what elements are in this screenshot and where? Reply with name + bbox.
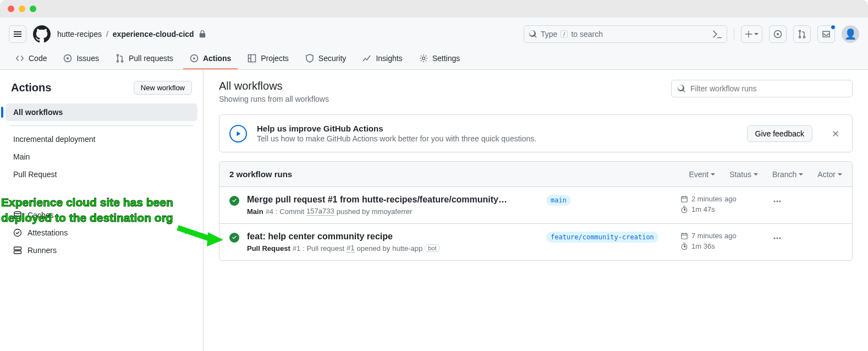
- new-workflow-button[interactable]: New workflow: [134, 81, 192, 95]
- workflow-run-row[interactable]: Merge pull request #1 from hutte-recipes…: [219, 187, 852, 224]
- banner-close-button[interactable]: [829, 127, 842, 140]
- workflow-run-row[interactable]: feat: help center community recipe Pull …: [219, 224, 852, 260]
- filter-event[interactable]: Event: [689, 170, 715, 179]
- run-duration: 1m 47s: [691, 205, 715, 213]
- branch-pill[interactable]: main: [546, 195, 571, 206]
- global-search[interactable]: Type / to search: [524, 25, 727, 43]
- stopwatch-icon: [680, 243, 688, 250]
- window-close-dot[interactable]: [8, 6, 14, 12]
- svg-rect-16: [682, 233, 688, 239]
- filter-status[interactable]: Status: [729, 170, 758, 179]
- filter-actor[interactable]: Actor: [817, 170, 842, 179]
- inbox-button[interactable]: [817, 25, 835, 43]
- runs-count: 2 workflow runs: [229, 169, 292, 179]
- window-chrome: [0, 0, 868, 18]
- sidebar-workflow-item[interactable]: Pull Request: [6, 166, 197, 183]
- sidebar-runners[interactable]: Runners: [6, 242, 197, 259]
- search-shortcut: /: [561, 30, 568, 38]
- breadcrumb-repo[interactable]: experience-cloud-cicd: [113, 30, 194, 39]
- stopwatch-icon: [680, 206, 688, 213]
- breadcrumb-sep: /: [106, 30, 108, 39]
- tab-projects[interactable]: Projects: [241, 48, 295, 69]
- command-palette-icon[interactable]: [712, 29, 722, 39]
- give-feedback-button[interactable]: Give feedback: [747, 125, 813, 142]
- run-meta: Main #4 : Commit 157a733 pushed by mmoya…: [247, 207, 539, 216]
- branch-pill[interactable]: feature/community-creation: [546, 232, 658, 243]
- tab-pull-requests[interactable]: Pull requests: [109, 48, 180, 69]
- external-link-icon: [183, 229, 190, 236]
- workflow-runs-panel: 2 workflow runs Event Status Branch Acto…: [219, 161, 853, 261]
- inbox-icon: [822, 30, 831, 39]
- banner-text: Tell us how to make GitHub Actions work …: [257, 134, 536, 143]
- window-maximize-dot[interactable]: [30, 6, 36, 12]
- tab-insights[interactable]: Insights: [356, 48, 409, 69]
- play-circle-icon: [229, 125, 247, 142]
- issues-button[interactable]: [769, 25, 787, 43]
- sidebar-workflow-item[interactable]: Incremental deployment: [6, 130, 197, 148]
- caret-down-icon: [754, 32, 759, 36]
- svg-point-1: [777, 33, 779, 35]
- filter-branch[interactable]: Branch: [772, 170, 803, 179]
- filter-runs-input[interactable]: [671, 80, 853, 97]
- kebab-icon: [773, 197, 782, 206]
- banner-title: Help us improve GitHub Actions: [257, 124, 536, 133]
- database-icon: [13, 211, 22, 220]
- tab-settings[interactable]: Settings: [413, 48, 467, 69]
- run-title: Merge pull request #1 from hutte-recipes…: [247, 195, 539, 205]
- user-avatar[interactable]: 👤: [842, 25, 859, 43]
- sidebar-caches[interactable]: Caches: [6, 206, 197, 224]
- svg-point-19: [777, 238, 778, 239]
- svg-point-7: [14, 212, 21, 214]
- add-dropdown-button[interactable]: [741, 25, 762, 43]
- main-content: All workflows Showing runs from all work…: [204, 70, 868, 351]
- filter-runs-field[interactable]: [690, 84, 847, 93]
- hamburger-menu-button[interactable]: [9, 25, 26, 43]
- calendar-icon: [680, 195, 688, 203]
- run-menu-button[interactable]: [771, 195, 784, 208]
- run-menu-button[interactable]: [771, 232, 784, 245]
- tab-actions[interactable]: Actions: [183, 48, 238, 69]
- caret-down-icon: [838, 172, 842, 177]
- sidebar-workflow-item[interactable]: Main: [6, 148, 197, 166]
- svg-rect-11: [682, 196, 688, 202]
- run-title: feat: help center community recipe: [247, 232, 539, 242]
- sidebar-separator: [10, 125, 193, 126]
- window-minimize-dot[interactable]: [19, 6, 25, 12]
- sidebar-title: Actions: [11, 81, 51, 94]
- success-status-icon: [229, 233, 239, 243]
- pr-icon: [798, 30, 806, 39]
- lock-icon: [199, 30, 206, 38]
- run-time: 7 minutes ago: [691, 232, 737, 240]
- tab-security[interactable]: Security: [299, 48, 353, 69]
- plus-icon: [745, 30, 752, 38]
- commit-sha[interactable]: 157a733: [306, 207, 334, 216]
- sidebar-attestations[interactable]: Attestations: [6, 224, 197, 242]
- close-icon: [831, 129, 840, 138]
- search-prefix: Type: [541, 30, 557, 39]
- topbar: hutte-recipes / experience-cloud-cicd Ty…: [0, 18, 868, 48]
- repo-nav: Code Issues Pull requests Actions Projec…: [0, 48, 868, 70]
- hamburger-icon: [13, 30, 22, 39]
- breadcrumb-owner[interactable]: hutte-recipes: [57, 30, 102, 39]
- run-duration: 1m 36s: [691, 242, 715, 250]
- tab-issues[interactable]: Issues: [57, 48, 105, 69]
- caret-down-icon: [754, 172, 758, 177]
- svg-point-18: [774, 238, 776, 239]
- svg-point-3: [67, 57, 69, 59]
- calendar-icon: [680, 232, 688, 240]
- run-meta: Pull Request #1 : Pull request #1 opened…: [247, 244, 539, 253]
- bot-badge: bot: [425, 244, 440, 252]
- server-icon: [13, 246, 22, 255]
- tab-code[interactable]: Code: [9, 48, 53, 69]
- caret-down-icon: [799, 172, 803, 177]
- run-time: 2 minutes ago: [691, 195, 737, 203]
- svg-point-15: [779, 201, 781, 202]
- pr-number[interactable]: #1: [347, 244, 354, 253]
- github-mark-icon: [33, 25, 51, 43]
- search-suffix: to search: [571, 30, 603, 39]
- github-logo[interactable]: [33, 25, 51, 43]
- actions-sidebar: Actions New workflow All workflows Incre…: [0, 70, 204, 351]
- pull-requests-button[interactable]: [793, 25, 811, 43]
- sidebar-all-workflows[interactable]: All workflows: [6, 103, 197, 121]
- header-divider: [734, 29, 734, 40]
